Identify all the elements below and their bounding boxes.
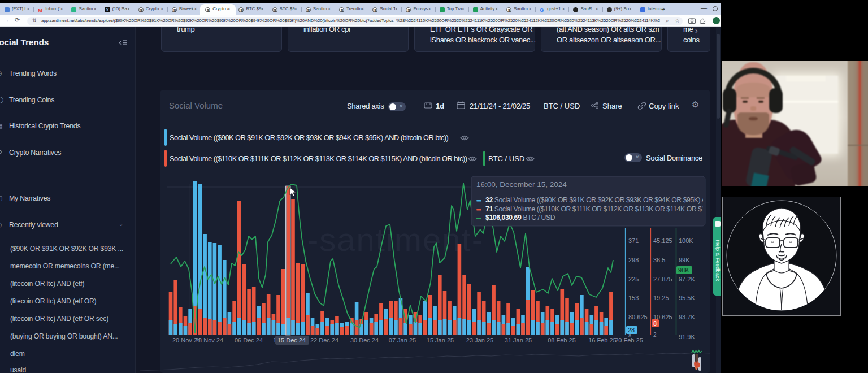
svg-text:225: 225 <box>628 276 639 283</box>
svg-text:$106,030.69 BTC / USD: $106,030.69 BTC / USD <box>485 214 555 222</box>
svg-text:08 Feb 25: 08 Feb 25 <box>548 337 576 344</box>
svg-text:06 Dec 24: 06 Dec 24 <box>235 337 263 344</box>
svg-text:20 Feb 25: 20 Feb 25 <box>615 337 643 344</box>
svg-text:22 Dec 24: 22 Dec 24 <box>310 337 338 344</box>
svg-text:23 Jan 25: 23 Jan 25 <box>466 337 493 344</box>
svg-text:36.5: 36.5 <box>653 257 665 263</box>
svg-text:45.125: 45.125 <box>653 237 672 244</box>
svg-text:99K: 99K <box>679 257 690 263</box>
svg-text:27.875: 27.875 <box>653 276 672 283</box>
svg-text:95.5K: 95.5K <box>679 294 695 301</box>
svg-text:298: 298 <box>628 257 639 263</box>
svg-text:31 Jan 25: 31 Jan 25 <box>505 337 532 344</box>
svg-text:16 Feb 25: 16 Feb 25 <box>588 337 617 344</box>
svg-text:16:00, December 15, 2024: 16:00, December 15, 2024 <box>476 180 567 189</box>
svg-text:80.625: 80.625 <box>628 314 648 320</box>
svg-text:15 Jan 25: 15 Jan 25 <box>427 337 454 344</box>
svg-text:371: 371 <box>628 237 639 244</box>
svg-text:30 Dec 24: 30 Dec 24 <box>350 337 379 344</box>
svg-text:100K: 100K <box>679 237 693 244</box>
svg-text:153: 153 <box>628 294 639 301</box>
svg-text:91.9K: 91.9K <box>679 333 695 340</box>
svg-text:28 Nov 24: 28 Nov 24 <box>195 337 223 344</box>
svg-text:15 Dec 24: 15 Dec 24 <box>277 337 306 344</box>
svg-text:98K: 98K <box>678 267 689 274</box>
svg-text:8: 8 <box>653 320 657 327</box>
svg-text:32 Social Volume (($90K OR $91: 32 Social Volume (($90K OR $91K OR $92K … <box>485 196 716 204</box>
svg-text:19.25: 19.25 <box>653 294 669 301</box>
svg-text:71 Social Volume (($110K OR $1: 71 Social Volume (($110K OR $111K OR $11… <box>485 205 717 213</box>
svg-text:93.7K: 93.7K <box>679 314 695 320</box>
svg-text:97.2K: 97.2K <box>679 276 695 283</box>
svg-text:07 Jan 25: 07 Jan 25 <box>389 337 416 344</box>
svg-text:2: 2 <box>653 332 657 338</box>
